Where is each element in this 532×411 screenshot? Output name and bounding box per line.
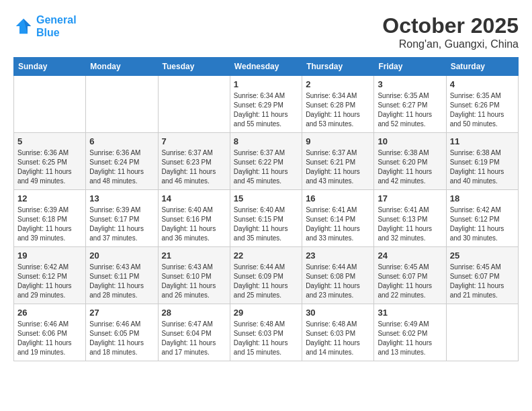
calendar-cell: 2Sunrise: 6:34 AMSunset: 6:28 PMDaylight… [302, 76, 374, 133]
day-info: Sunrise: 6:44 AMSunset: 6:09 PMDaylight:… [234, 263, 298, 300]
day-info: Sunrise: 6:48 AMSunset: 6:03 PMDaylight:… [306, 320, 370, 357]
day-number: 11 [450, 136, 515, 146]
calendar-cell: 7Sunrise: 6:37 AMSunset: 6:23 PMDaylight… [158, 133, 230, 190]
day-number: 14 [162, 193, 226, 203]
calendar-cell: 14Sunrise: 6:40 AMSunset: 6:16 PMDayligh… [158, 190, 230, 247]
calendar-cell: 9Sunrise: 6:37 AMSunset: 6:21 PMDaylight… [302, 133, 374, 190]
day-number: 19 [17, 250, 82, 261]
day-info: Sunrise: 6:41 AMSunset: 6:13 PMDaylight:… [378, 205, 442, 243]
day-info: Sunrise: 6:35 AMSunset: 6:26 PMDaylight:… [450, 91, 515, 129]
day-number: 9 [306, 136, 370, 146]
day-number: 1 [234, 79, 298, 89]
calendar-table: Sunday Monday Tuesday Wednesday Thursday… [13, 57, 519, 361]
calendar-cell [158, 76, 230, 133]
day-info: Sunrise: 6:37 AMSunset: 6:21 PMDaylight:… [306, 148, 370, 186]
calendar-cell: 5Sunrise: 6:36 AMSunset: 6:25 PMDaylight… [14, 133, 86, 190]
calendar-cell: 13Sunrise: 6:39 AMSunset: 6:17 PMDayligh… [86, 190, 158, 247]
calendar-cell: 27Sunrise: 6:46 AMSunset: 6:05 PMDayligh… [86, 304, 158, 361]
day-info: Sunrise: 6:47 AMSunset: 6:04 PMDaylight:… [162, 320, 226, 357]
day-info: Sunrise: 6:45 AMSunset: 6:07 PMDaylight:… [378, 263, 442, 300]
day-info: Sunrise: 6:43 AMSunset: 6:10 PMDaylight:… [162, 263, 226, 300]
weekday-friday: Friday [374, 58, 446, 76]
calendar-cell: 25Sunrise: 6:45 AMSunset: 6:07 PMDayligh… [446, 247, 518, 304]
day-info: Sunrise: 6:42 AMSunset: 6:12 PMDaylight:… [450, 205, 515, 243]
calendar-cell: 16Sunrise: 6:41 AMSunset: 6:14 PMDayligh… [302, 190, 374, 247]
day-info: Sunrise: 6:35 AMSunset: 6:27 PMDaylight:… [378, 91, 442, 129]
day-number: 4 [450, 79, 515, 89]
day-number: 22 [234, 250, 298, 261]
day-info: Sunrise: 6:40 AMSunset: 6:15 PMDaylight:… [234, 205, 298, 243]
day-info: Sunrise: 6:37 AMSunset: 6:23 PMDaylight:… [162, 148, 226, 186]
day-number: 26 [17, 308, 82, 318]
calendar-cell: 28Sunrise: 6:47 AMSunset: 6:04 PMDayligh… [158, 304, 230, 361]
calendar-cell: 20Sunrise: 6:43 AMSunset: 6:11 PMDayligh… [86, 247, 158, 304]
calendar-cell: 26Sunrise: 6:46 AMSunset: 6:06 PMDayligh… [14, 304, 86, 361]
calendar-cell: 6Sunrise: 6:36 AMSunset: 6:24 PMDaylight… [86, 133, 158, 190]
day-info: Sunrise: 6:38 AMSunset: 6:19 PMDaylight:… [450, 148, 515, 186]
day-number: 20 [89, 250, 154, 261]
calendar-week-4: 26Sunrise: 6:46 AMSunset: 6:06 PMDayligh… [14, 304, 519, 361]
calendar-cell: 21Sunrise: 6:43 AMSunset: 6:10 PMDayligh… [158, 247, 230, 304]
title-block: October 2025 Rong'an, Guangxi, China [382, 13, 519, 50]
day-number: 10 [378, 136, 442, 146]
weekday-sunday: Sunday [14, 58, 86, 76]
calendar-cell: 4Sunrise: 6:35 AMSunset: 6:26 PMDaylight… [446, 76, 518, 133]
page-header: General Blue October 2025 Rong'an, Guang… [13, 13, 519, 50]
calendar-cell: 15Sunrise: 6:40 AMSunset: 6:15 PMDayligh… [230, 190, 302, 247]
calendar-cell: 24Sunrise: 6:45 AMSunset: 6:07 PMDayligh… [374, 247, 446, 304]
calendar-title: October 2025 [382, 13, 519, 38]
logo: General Blue [13, 13, 77, 39]
calendar-cell: 30Sunrise: 6:48 AMSunset: 6:03 PMDayligh… [302, 304, 374, 361]
day-number: 8 [234, 136, 298, 146]
day-number: 15 [234, 193, 298, 203]
day-info: Sunrise: 6:44 AMSunset: 6:08 PMDaylight:… [306, 263, 370, 300]
calendar-cell: 17Sunrise: 6:41 AMSunset: 6:13 PMDayligh… [374, 190, 446, 247]
logo-icon [13, 16, 34, 36]
calendar-week-2: 12Sunrise: 6:39 AMSunset: 6:18 PMDayligh… [14, 190, 519, 247]
day-number: 29 [234, 308, 298, 318]
calendar-subtitle: Rong'an, Guangxi, China [382, 38, 519, 50]
day-number: 16 [306, 193, 370, 203]
day-number: 31 [378, 308, 442, 318]
weekday-tuesday: Tuesday [158, 58, 230, 76]
day-info: Sunrise: 6:46 AMSunset: 6:05 PMDaylight:… [89, 320, 154, 357]
calendar-week-1: 5Sunrise: 6:36 AMSunset: 6:25 PMDaylight… [14, 133, 519, 190]
calendar-cell: 31Sunrise: 6:49 AMSunset: 6:02 PMDayligh… [374, 304, 446, 361]
day-info: Sunrise: 6:42 AMSunset: 6:12 PMDaylight:… [17, 263, 82, 300]
day-number: 24 [378, 250, 442, 261]
day-number: 3 [378, 79, 442, 89]
day-info: Sunrise: 6:49 AMSunset: 6:02 PMDaylight:… [378, 320, 442, 357]
day-info: Sunrise: 6:43 AMSunset: 6:11 PMDaylight:… [89, 263, 154, 300]
calendar-cell: 22Sunrise: 6:44 AMSunset: 6:09 PMDayligh… [230, 247, 302, 304]
day-number: 12 [17, 193, 82, 203]
calendar-week-3: 19Sunrise: 6:42 AMSunset: 6:12 PMDayligh… [14, 247, 519, 304]
calendar-cell [446, 304, 518, 361]
weekday-saturday: Saturday [446, 58, 518, 76]
day-number: 18 [450, 193, 515, 203]
day-info: Sunrise: 6:41 AMSunset: 6:14 PMDaylight:… [306, 205, 370, 243]
logo-line1: General [36, 14, 77, 26]
calendar-cell [14, 76, 86, 133]
day-number: 21 [162, 250, 226, 261]
calendar-cell: 1Sunrise: 6:34 AMSunset: 6:29 PMDaylight… [230, 76, 302, 133]
calendar-body: 1Sunrise: 6:34 AMSunset: 6:29 PMDaylight… [14, 76, 519, 361]
day-info: Sunrise: 6:38 AMSunset: 6:20 PMDaylight:… [378, 148, 442, 186]
weekday-monday: Monday [86, 58, 158, 76]
day-info: Sunrise: 6:37 AMSunset: 6:22 PMDaylight:… [234, 148, 298, 186]
weekday-row: Sunday Monday Tuesday Wednesday Thursday… [14, 58, 519, 76]
calendar-week-0: 1Sunrise: 6:34 AMSunset: 6:29 PMDaylight… [14, 76, 519, 133]
day-number: 2 [306, 79, 370, 89]
day-number: 23 [306, 250, 370, 261]
day-info: Sunrise: 6:40 AMSunset: 6:16 PMDaylight:… [162, 205, 226, 243]
calendar-cell: 10Sunrise: 6:38 AMSunset: 6:20 PMDayligh… [374, 133, 446, 190]
day-number: 25 [450, 250, 515, 261]
day-number: 6 [89, 136, 154, 146]
calendar-header: Sunday Monday Tuesday Wednesday Thursday… [14, 58, 519, 76]
calendar-cell: 11Sunrise: 6:38 AMSunset: 6:19 PMDayligh… [446, 133, 518, 190]
day-info: Sunrise: 6:34 AMSunset: 6:28 PMDaylight:… [306, 91, 370, 129]
day-number: 17 [378, 193, 442, 203]
calendar-cell: 29Sunrise: 6:48 AMSunset: 6:03 PMDayligh… [230, 304, 302, 361]
weekday-thursday: Thursday [302, 58, 374, 76]
calendar-cell: 23Sunrise: 6:44 AMSunset: 6:08 PMDayligh… [302, 247, 374, 304]
logo-line2: Blue [36, 27, 60, 38]
